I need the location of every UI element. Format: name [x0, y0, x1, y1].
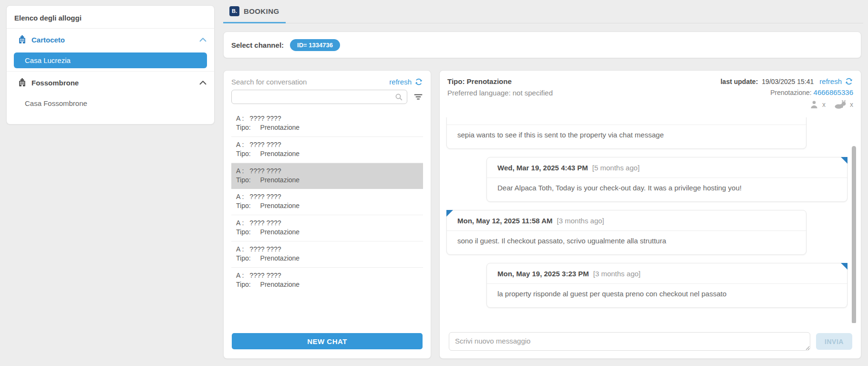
channel-id-badge[interactable]: ID= 1334736	[290, 39, 340, 51]
prenotazione-id-link[interactable]: 4666865336	[814, 88, 853, 96]
last-update-value: 19/03/2025 15:41	[762, 78, 814, 85]
conversation-panel: Search for conversation refresh	[223, 70, 431, 359]
conversations-refresh-link[interactable]: refresh	[389, 78, 423, 86]
message-age: [5 months ago]	[592, 164, 640, 172]
tab-booking[interactable]: B. BOOKING	[223, 0, 286, 23]
pet-cat-icon	[835, 100, 847, 109]
channel-tabbar: B. BOOKING	[223, 0, 863, 23]
refresh-label[interactable]: refresh	[389, 78, 412, 86]
conversation-list-item[interactable]: A :???? ???? Tipo:Prenotazione	[231, 268, 423, 293]
message-bubble-property: Mon, May 19, 2025 3:23 PM[3 months ago] …	[486, 263, 847, 308]
sidebar-group-label: Fossombrone	[31, 79, 79, 87]
message-age: [3 months ago]	[593, 270, 641, 278]
chat-panel: Tipo: Prenotazione Preferred language: n…	[439, 70, 861, 359]
message-body: Dear Alpaca Toth, Today is your check-ou…	[487, 178, 847, 201]
prenotazione-label: Prenotazione:	[770, 89, 811, 96]
tab-booking-label: BOOKING	[244, 7, 279, 15]
message-scroll-area[interactable]: sepia wants to see if this is sent to th…	[440, 117, 861, 323]
pet-count: x	[850, 101, 853, 108]
message-bubble-guest: Mon, May 12, 2025 11:58 AM[3 months ago]…	[446, 210, 806, 255]
sidebar-item-casa-lucrezia[interactable]: Casa Lucrezia	[14, 52, 207, 68]
message-body: sepia wants to see if this is sent to th…	[447, 125, 806, 148]
message-date: Mon, May 19, 2025 3:23 PM	[497, 270, 589, 278]
message-date: Mon, May 12, 2025 11:58 AM	[457, 217, 553, 225]
message-bubble-guest: sepia wants to see if this is sent to th…	[446, 117, 806, 149]
sidebar-title: Elenco degli alloggi	[7, 6, 214, 29]
chevron-up-icon	[199, 80, 207, 85]
guest-icon	[809, 100, 819, 108]
conversation-list: A :???? ???? Tipo:Prenotazione A :???? ?…	[224, 111, 431, 293]
conversation-list-item[interactable]: A :???? ???? Tipo:Prenotazione	[231, 111, 423, 137]
chat-scrollbar-thumb[interactable]	[852, 146, 856, 323]
conversation-list-item[interactable]: A :???? ???? Tipo:Prenotazione	[231, 189, 423, 215]
conversation-list-item-selected[interactable]: A :???? ???? Tipo:Prenotazione	[231, 163, 423, 189]
conversation-list-item[interactable]: A :???? ???? Tipo:Prenotazione	[231, 215, 423, 241]
message-age: [3 months ago]	[557, 217, 604, 225]
preferred-language-label: Preferred language: not specified	[447, 89, 553, 97]
booking-logo-icon: B.	[229, 6, 239, 16]
sidebar-item-casa-fossombrone[interactable]: Casa Fossombrone	[14, 95, 207, 111]
accommodation-sidebar: Elenco degli alloggi Cartoceto Casa Lucr…	[6, 5, 215, 125]
new-chat-button[interactable]: NEW CHAT	[232, 333, 423, 349]
sidebar-group-label: Cartoceto	[31, 36, 65, 44]
search-conversation-label: Search for conversation	[231, 78, 307, 86]
refresh-icon[interactable]	[414, 78, 423, 86]
select-channel-label: Select channel:	[231, 41, 284, 49]
message-header: Mon, May 12, 2025 11:58 AM[3 months ago]	[447, 210, 806, 230]
message-body: la property risponde al guest per questa…	[487, 283, 847, 307]
search-input[interactable]	[231, 90, 407, 104]
message-header	[447, 117, 806, 125]
message-header: Wed, Mar 19, 2025 4:43 PM[5 months ago]	[487, 157, 847, 178]
message-date: Wed, Mar 19, 2025 4:43 PM	[497, 164, 588, 172]
search-icon	[395, 93, 403, 101]
refresh-icon[interactable]	[845, 77, 853, 85]
new-message-input[interactable]	[449, 332, 810, 351]
chevron-up-icon	[199, 37, 207, 42]
building-icon	[18, 78, 26, 87]
conversation-list-item[interactable]: A :???? ???? Tipo:Prenotazione	[231, 137, 423, 163]
select-channel-bar: Select channel: ID= 1334736	[223, 31, 861, 58]
guest-count: x	[822, 101, 826, 108]
sidebar-group-cartoceto[interactable]: Cartoceto	[7, 29, 214, 51]
last-update-label: last update:	[721, 78, 758, 85]
send-button[interactable]: INVIA	[816, 333, 852, 350]
sidebar-group-fossombrone[interactable]: Fossombrone	[7, 72, 214, 94]
chat-tipo-label: Tipo: Prenotazione	[447, 77, 553, 85]
conversation-list-item[interactable]: A :???? ???? Tipo:Prenotazione	[231, 241, 423, 268]
message-bubble-property: Wed, Mar 19, 2025 4:43 PM[5 months ago] …	[486, 157, 847, 202]
chat-refresh-link[interactable]: refresh	[819, 77, 842, 85]
building-icon	[18, 35, 26, 44]
message-body: sono il guest. Il checkout passato, scri…	[447, 230, 806, 254]
message-header: Mon, May 19, 2025 3:23 PM[3 months ago]	[487, 263, 847, 283]
filter-icon[interactable]	[413, 94, 423, 100]
